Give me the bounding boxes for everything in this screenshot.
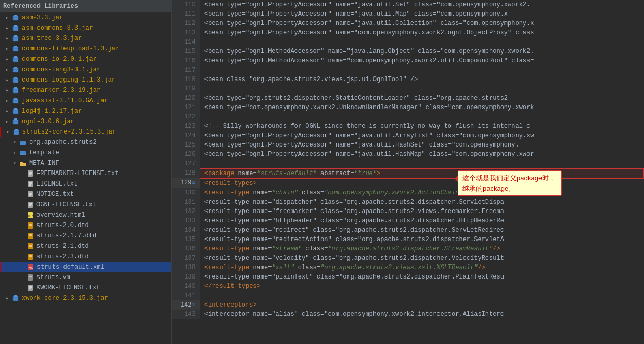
code-content[interactable]: <bean type="ognl.PropertyAccessor" name=… — [200, 9, 643, 19]
code-content[interactable]: <bean type="ognl.MethodAccessor" name="j… — [200, 47, 643, 56]
code-content[interactable]: <interceptor name="alias" class="com.ope… — [200, 310, 643, 319]
sidebar-item-struts-2.1.dtd[interactable]: struts-2.1.dtd — [0, 241, 171, 252]
tree-item-label: struts2-core-2.3.15.3.jar — [22, 128, 116, 136]
tree-item-label: FREEMARKER-LICENSE.txt — [36, 170, 119, 177]
code-row-143: 143 <interceptor name="alias" class="com… — [172, 310, 644, 319]
code-content[interactable] — [200, 84, 643, 94]
code-content[interactable]: <bean type="ognl.PropertyAccessor" name=… — [200, 28, 643, 37]
code-content[interactable]: <bean type="ognl.PropertyAccessor" name=… — [200, 140, 643, 150]
code-content[interactable]: <bean type="ognl.PropertyAccessor" name=… — [200, 131, 643, 140]
line-number: 110 — [172, 0, 200, 9]
code-panel[interactable]: 110 <bean type="ognl.PropertyAccessor" n… — [172, 0, 644, 344]
sidebar-item-xwork-core-2.3.15.3.jar[interactable]: xwork-core-2.3.15.3.jar — [0, 293, 171, 303]
sidebar-item-asm-3.3.jar[interactable]: asm-3.3.jar — [0, 12, 171, 23]
txt-file-icon — [26, 190, 34, 199]
sidebar-item-asm-commons-3.3.jar[interactable]: asm-commons-3.3.jar — [0, 23, 171, 33]
sidebar-item-overview.html[interactable]: HTMLoverview.html — [0, 210, 171, 220]
tree-arrow — [4, 108, 10, 114]
code-content[interactable]: <!-- Silly workarounds for OGNL since th… — [200, 122, 643, 131]
sidebar-item-javassist-3.11.0.GA.jar[interactable]: javassist-3.11.0.GA.jar — [0, 96, 171, 106]
code-content[interactable] — [200, 112, 643, 122]
sidebar-item-struts-default.xml[interactable]: XMLstruts-default.xml — [0, 262, 171, 272]
code-content[interactable]: <interceptors> — [200, 300, 643, 310]
jar-icon — [11, 24, 20, 32]
code-row-127: 127 — [172, 159, 644, 168]
code-content[interactable] — [200, 65, 643, 75]
code-row-113: 113 <bean type="ognl.PropertyAccessor" n… — [172, 28, 644, 37]
line-number: 138 — [172, 263, 200, 272]
code-content[interactable]: <result-type name="redirect" class="org.… — [200, 226, 643, 235]
sidebar-item-struts.vm[interactable]: struts.vm — [0, 272, 171, 283]
sidebar-item-LICENSE.txt[interactable]: LICENSE.txt — [0, 179, 171, 189]
code-content[interactable]: <bean type="ognl.PropertyAccessor" name=… — [200, 19, 643, 28]
code-content[interactable]: <package name="struts-default" abstract=… — [200, 168, 643, 178]
sidebar-item-commons-fileupload-1.3.jar[interactable]: commons-fileupload-1.3.jar — [0, 44, 171, 54]
sidebar-item-NOTICE.txt[interactable]: NOTICE.txt — [0, 189, 171, 200]
jar-icon — [11, 55, 20, 63]
sidebar-item-asm-tree-3.3.jar[interactable]: asm-tree-3.3.jar — [0, 33, 171, 44]
code-content[interactable] — [200, 37, 643, 47]
sidebar-item-struts-2.0.dtd[interactable]: struts-2.0.dtd — [0, 220, 171, 231]
line-number: 116 — [172, 56, 200, 65]
code-content[interactable]: <result-types> — [200, 178, 643, 188]
code-content[interactable]: <bean type="com.opensymphony.xwork2.Unkn… — [200, 103, 643, 112]
code-content[interactable]: <result-type name="redirectAction" class… — [200, 235, 643, 244]
sidebar-item-XWORK-LICENSE.txt[interactable]: XWORK-LICENSE.txt — [0, 283, 171, 293]
code-content[interactable]: <result-type name="stream" class="org.ap… — [200, 244, 643, 254]
svg-rect-6 — [13, 36, 18, 41]
tree-item-label: struts-2.0.dtd — [36, 222, 89, 229]
svg-rect-19 — [14, 77, 17, 78]
sidebar-item-struts2-core-2.3.15.3.jar[interactable]: struts2-core-2.3.15.3.jar — [0, 127, 171, 137]
code-content[interactable]: <result-type name="velocity" class="org.… — [200, 254, 643, 263]
sidebar-item-commons-logging-1.1.3.jar[interactable]: commons-logging-1.1.3.jar — [0, 75, 171, 85]
code-row-129: 129⊙ <result-types> — [172, 178, 644, 188]
code-content[interactable]: <result-type name="xslt" class="org.apac… — [200, 263, 643, 272]
code-content[interactable]: <bean class="org.apache.struts2.views.js… — [200, 75, 643, 84]
svg-rect-1 — [14, 15, 17, 16]
line-number: 141 — [172, 291, 200, 300]
line-number: 126 — [172, 150, 200, 159]
tree-arrow — [4, 15, 10, 21]
xml-file-icon: XML — [27, 263, 35, 271]
html-file-icon: HTML — [26, 211, 34, 219]
tree-arrow — [11, 150, 18, 156]
sidebar-item-ognl-3.0.6.jar[interactable]: ognl-3.0.6.jar — [0, 116, 171, 127]
sidebar-panel: Referenced Libraries asm-3.3.jarasm-comm… — [0, 0, 172, 344]
svg-rect-15 — [13, 68, 18, 72]
line-number: 130 — [172, 188, 200, 197]
code-content[interactable]: <bean type="ognl.PropertyAccessor" name=… — [200, 0, 643, 9]
tree-arrow — [19, 274, 25, 281]
sidebar-item-commons-io-2.0.1.jar[interactable]: commons-io-2.0.1.jar — [0, 54, 171, 64]
tree-arrow — [19, 191, 25, 197]
code-content[interactable]: <result-type name="chain" class="com.ope… — [200, 188, 643, 197]
code-content[interactable]: <bean type="ognl.MethodAccessor" name="c… — [200, 56, 643, 65]
sidebar-item-struts-2.1.7.dtd[interactable]: struts-2.1.7.dtd — [0, 231, 171, 241]
tree-arrow — [4, 295, 10, 301]
sidebar-item-freemarker-2.3.19.jar[interactable]: freemarker-2.3.19.jar — [0, 85, 171, 96]
sidebar-item-commons-lang3-3.1.jar[interactable]: commons-lang3-3.1.jar — [0, 64, 171, 75]
code-content[interactable] — [200, 159, 643, 168]
sidebar-item-FREEMARKER-LICENSE.txt[interactable]: FREEMARKER-LICENSE.txt — [0, 168, 171, 179]
jar-icon — [11, 86, 20, 95]
sidebar-item-org.apache.struts2[interactable]: org.apache.struts2 — [0, 137, 171, 148]
sidebar-item-META-INF[interactable]: META-INF — [0, 158, 171, 168]
code-row-123: 123 <!-- Silly workarounds for OGNL sinc… — [172, 122, 644, 131]
sidebar-item-log4j-1.2.17.jar[interactable]: log4j-1.2.17.jar — [0, 106, 171, 116]
code-content[interactable]: <result-type name="dispatcher" class="or… — [200, 197, 643, 207]
sidebar-item-OGNL-LICENSE.txt[interactable]: OGNL-LICENSE.txt — [0, 200, 171, 210]
code-content[interactable] — [200, 291, 643, 300]
sidebar-item-struts-2.3.dtd[interactable]: struts-2.3.dtd — [0, 252, 171, 262]
svg-rect-18 — [13, 78, 18, 83]
code-content[interactable]: <bean type="ognl.PropertyAccessor" name=… — [200, 150, 643, 159]
code-content[interactable]: <result-type name="httpheader" class="or… — [200, 216, 643, 226]
tree-arrow — [11, 160, 18, 166]
code-content[interactable]: <bean type="org.struts2.dispatcher.Stati… — [200, 94, 643, 103]
line-number: 112 — [172, 19, 200, 28]
code-row-131: 131 <result-type name="dispatcher" class… — [172, 197, 644, 207]
svg-rect-24 — [13, 99, 18, 103]
code-content[interactable]: </result-types> — [200, 282, 643, 291]
code-row-141: 141 — [172, 291, 644, 300]
code-content[interactable]: <result-type name="plainText" class="org… — [200, 272, 643, 282]
sidebar-item-template[interactable]: template — [0, 148, 171, 158]
code-content[interactable]: <result-type name="freemarker" class="or… — [200, 207, 643, 216]
